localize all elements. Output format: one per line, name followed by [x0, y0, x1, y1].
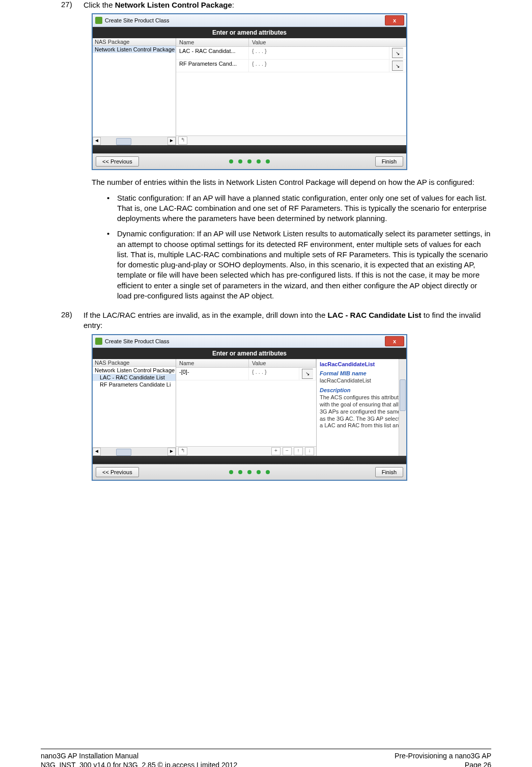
cell-name: LAC - RAC Candidat...	[176, 47, 249, 59]
close-icon: x	[393, 338, 396, 344]
progress-dot	[229, 159, 233, 163]
previous-button[interactable]: << Previous	[96, 156, 139, 167]
table-row[interactable]: RF Parameters Cand... { . . . } ↘	[176, 60, 406, 72]
bullet-mark: •	[107, 229, 117, 301]
tree-scrollbar[interactable]: ◄ ►	[93, 136, 176, 145]
bullet-text: Dynamic configuration: If an AP will use…	[117, 229, 491, 301]
tree-pane: NAS Package Network Listen Control Packa…	[93, 359, 176, 456]
scroll-thumb[interactable]	[400, 379, 406, 411]
close-button[interactable]: x	[385, 15, 404, 25]
step-text-bold: Network Listen Control Package	[115, 1, 232, 9]
dialog-banner: Enter or amend attributes	[93, 348, 406, 359]
progress-dot	[238, 470, 242, 474]
finish-button[interactable]: Finish	[375, 467, 403, 477]
tree[interactable]: NAS Package Network Listen Control Packa…	[93, 359, 176, 447]
add-button[interactable]: +	[271, 447, 281, 455]
list-item: • Static configuration: If an AP will ha…	[107, 193, 491, 224]
scroll-right-icon[interactable]: ►	[167, 137, 176, 145]
arrow-right-icon: ↘	[302, 369, 313, 379]
remove-button[interactable]: −	[283, 447, 292, 455]
row-expand-button[interactable]: ↘	[389, 60, 406, 72]
attributes-pane: Name Value LAC - RAC Candidat... { . . .…	[176, 38, 406, 145]
progress-dot	[229, 470, 233, 474]
scroll-left-icon[interactable]: ◄	[93, 448, 101, 456]
footer-section-title: Pre-Provisioning a nano3G AP	[395, 751, 491, 760]
attributes-pane: Name Value -[0]- { . . . } ↘ ↰ + − ↑ ↓	[176, 359, 316, 456]
tree-item[interactable]: NAS Package	[93, 359, 176, 367]
bullet-mark: •	[107, 193, 117, 224]
row-expand-button[interactable]: ↘	[299, 368, 316, 380]
scroll-track[interactable]	[101, 138, 167, 145]
step-text-bold: LAC - RAC Candidate List	[327, 311, 421, 319]
step-28: 28) If the LAC/RAC entries are invalid, …	[61, 310, 491, 331]
dialog-banner: Enter or amend attributes	[93, 27, 406, 38]
scroll-thumb[interactable]	[116, 138, 131, 145]
col-value-header: Value	[249, 38, 406, 46]
list-item: • Dynamic configuration: If an AP will u…	[107, 229, 491, 301]
window-title: Create Site Product Class	[105, 338, 170, 344]
step-text: Click the Network Listen Control Package…	[83, 0, 491, 10]
scroll-thumb[interactable]	[116, 449, 131, 456]
scroll-right-icon[interactable]: ►	[167, 448, 176, 456]
progress-dot	[266, 470, 270, 474]
arrow-right-icon: ↘	[392, 48, 403, 58]
col-name-header: Name	[176, 359, 249, 367]
scroll-track[interactable]	[101, 448, 167, 455]
app-icon	[95, 338, 102, 345]
step-27: 27) Click the Network Listen Control Pac…	[61, 0, 491, 10]
cell-name: RF Parameters Cand...	[176, 60, 249, 72]
close-button[interactable]: x	[385, 336, 404, 346]
screenshot-1: Create Site Product Class x Enter or ame…	[92, 13, 407, 170]
row-toolbar: ↰ + − ↑ ↓	[176, 446, 316, 456]
tree-scrollbar[interactable]: ◄ ►	[93, 447, 176, 456]
tree-item-selected[interactable]: LAC - RAC Candidate List	[93, 374, 176, 381]
help-pane: lacRacCandidateList Formal MIB name lacR…	[316, 359, 406, 456]
col-name-header: Name	[176, 38, 249, 46]
window-title: Create Site Product Class	[105, 17, 170, 23]
progress-dot	[266, 159, 270, 163]
status-bar	[93, 456, 406, 464]
help-subtitle: Description	[320, 387, 403, 393]
window-titlebar: Create Site Product Class x	[93, 14, 406, 27]
step-number: 28)	[61, 310, 83, 331]
tree[interactable]: NAS Package Network Listen Control Packa…	[93, 38, 176, 136]
help-subtitle: Formal MIB name	[320, 370, 403, 376]
app-icon	[95, 17, 102, 24]
status-bar	[93, 145, 406, 153]
wizard-progress	[229, 470, 270, 474]
row-expand-button[interactable]: ↘	[389, 47, 406, 59]
tree-item[interactable]: RF Parameters Candidate Li	[93, 381, 176, 388]
bullet-text: Static configuration: If an AP will have…	[117, 193, 491, 224]
progress-dot	[247, 470, 251, 474]
step-text-prefix: If the LAC/RAC entries are invalid, as i…	[83, 311, 327, 319]
help-scrollbar[interactable]	[399, 359, 406, 456]
move-down-button[interactable]: ↓	[305, 447, 314, 455]
table-row[interactable]: LAC - RAC Candidat... { . . . } ↘	[176, 47, 406, 60]
progress-dot	[247, 159, 251, 163]
wizard-footer: << Previous Finish	[93, 464, 406, 480]
wizard-footer: << Previous Finish	[93, 153, 406, 169]
help-mibname: lacRacCandidateList	[320, 377, 403, 385]
scroll-left-icon[interactable]: ◄	[93, 137, 101, 145]
cell-value: { . . . }	[249, 47, 389, 59]
footer-version: N3G_INST_300 v14.0 for N3G_2.85 © ip.acc…	[41, 760, 237, 767]
tree-pane: NAS Package Network Listen Control Packa…	[93, 38, 176, 145]
previous-button[interactable]: << Previous	[96, 467, 139, 477]
up-level-button[interactable]: ↰	[178, 136, 187, 145]
up-level-button[interactable]: ↰	[178, 447, 187, 455]
move-up-button[interactable]: ↑	[294, 447, 303, 455]
table-row[interactable]: -[0]- { . . . } ↘	[176, 368, 316, 380]
progress-dot	[257, 470, 261, 474]
cell-name: -[0]-	[176, 368, 249, 380]
step-text-prefix: Click the	[83, 1, 115, 9]
cell-value: { . . . }	[249, 60, 389, 72]
tree-header[interactable]: NAS Package	[93, 38, 176, 46]
finish-button[interactable]: Finish	[375, 156, 403, 167]
footer-manual-title: nano3G AP Installation Manual	[41, 751, 237, 760]
help-title: lacRacCandidateList	[320, 361, 403, 367]
tree-item[interactable]: Network Listen Control Package	[93, 367, 176, 374]
table-header: Name Value	[176, 38, 406, 47]
row-toolbar: ↰	[176, 135, 406, 145]
tree-item-selected[interactable]: Network Listen Control Package	[93, 46, 176, 53]
footer-page-number: Page 26	[395, 760, 491, 767]
